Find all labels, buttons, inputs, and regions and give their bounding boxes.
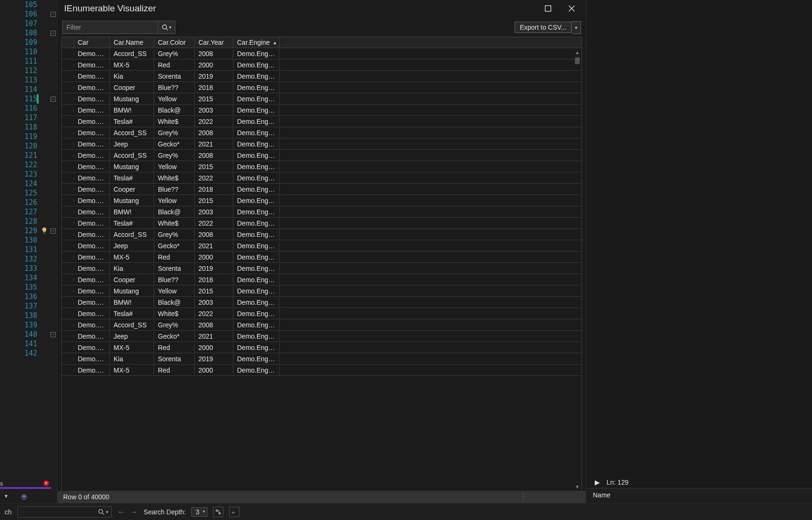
table-row[interactable]: Demo.CarJeepGecko*2021Demo.Engine <box>62 240 582 252</box>
column-header-engine[interactable]: Car.Engine ▲ <box>233 37 279 48</box>
tab-overflow-chevron-icon[interactable]: ▾ <box>5 493 8 499</box>
locals-name-header[interactable]: Name <box>586 488 812 503</box>
search-depth-select[interactable]: 3 <box>191 507 207 517</box>
fold-toggle-icon[interactable]: − <box>50 31 56 36</box>
gutter-row[interactable]: 109· <box>0 38 57 47</box>
row-selector[interactable] <box>62 278 74 281</box>
row-selector[interactable] <box>62 98 74 100</box>
nav-right-icon[interactable]: ▶ <box>595 479 600 486</box>
table-row[interactable]: Demo.CarKiaSorenta2019Demo.Engine <box>62 353 582 365</box>
row-selector[interactable] <box>62 335 74 338</box>
tab-label-suffix[interactable]: s <box>0 480 3 487</box>
row-selector[interactable] <box>62 301 74 304</box>
gutter-row[interactable]: 118· <box>0 122 57 132</box>
gutter-row[interactable]: 108− <box>0 28 57 38</box>
gutter-row[interactable]: 139· <box>0 320 57 330</box>
gutter-row[interactable]: 131· <box>0 245 57 254</box>
table-row[interactable]: Demo.CarMX-5Red2000Demo.Engine <box>62 365 582 376</box>
gutter-row[interactable]: 125· <box>0 188 57 198</box>
gutter-row[interactable]: 130· <box>0 236 57 245</box>
gutter-row[interactable]: 120· <box>0 141 57 151</box>
gutter-row[interactable]: 111· <box>0 57 57 66</box>
gutter-row[interactable]: 128· <box>0 217 57 226</box>
row-selector[interactable] <box>62 154 74 157</box>
row-selector[interactable] <box>62 256 74 259</box>
error-indicator-icon[interactable]: ✕ <box>43 480 49 486</box>
table-row[interactable]: Demo.CarTesla#White$2022Demo.Engine <box>62 172 582 184</box>
row-selector-header[interactable] <box>62 37 74 48</box>
gutter-row[interactable]: 140− <box>0 330 57 339</box>
gutter-row[interactable]: 110· <box>0 47 57 57</box>
gutter-row[interactable]: 117· <box>0 113 57 122</box>
gutter-row[interactable]: 119· <box>0 132 57 141</box>
search-prev-button[interactable]: ← <box>117 508 125 516</box>
close-button[interactable] <box>566 3 577 14</box>
gutter-row[interactable]: 127· <box>0 207 57 217</box>
table-row[interactable]: Demo.CarTesla#White$2022Demo.Engine <box>62 116 582 127</box>
gutter-row[interactable]: 138· <box>0 311 57 320</box>
table-row[interactable]: Demo.CarTesla#White$2022Demo.Engine <box>62 218 582 229</box>
table-row[interactable]: Demo.CarCooperBlue??2018Demo.Engine <box>62 184 582 195</box>
column-header-name[interactable]: Car.Name <box>110 37 154 48</box>
table-row[interactable]: Demo.CarAccord_SSGrey%2008Demo.Engine <box>62 229 582 240</box>
row-selector[interactable] <box>62 120 74 123</box>
filter-box[interactable]: ▾ <box>62 21 175 34</box>
row-selector[interactable] <box>62 86 74 89</box>
search-input-slot[interactable]: ▾ <box>17 506 112 518</box>
row-selector[interactable] <box>62 52 74 55</box>
table-row[interactable]: Demo.CarMustangYellow2015Demo.Engine <box>62 161 582 172</box>
gutter-row[interactable]: 141· <box>0 339 57 349</box>
export-split-button[interactable]: ▾ <box>572 21 581 34</box>
table-row[interactable]: Demo.CarTesla#White$2022Demo.Engine <box>62 308 582 319</box>
table-row[interactable]: Demo.CarBMW!Black@2003Demo.Engine <box>62 206 582 218</box>
toggle-match-case-icon[interactable]: ab <box>229 507 239 517</box>
column-header-year[interactable]: Car.Year <box>195 37 233 48</box>
gutter-row[interactable]: 137· <box>0 301 57 311</box>
row-selector[interactable] <box>62 324 74 326</box>
row-selector[interactable] <box>62 290 74 292</box>
scroll-thumb[interactable] <box>575 57 580 64</box>
filter-input[interactable] <box>63 24 158 31</box>
tab-label-ch[interactable]: ch <box>5 508 12 516</box>
titlebar[interactable]: IEnumerable Visualizer <box>57 0 586 19</box>
table-row[interactable]: Demo.CarKiaSorenta2019Demo.Engine <box>62 263 582 274</box>
row-selector[interactable] <box>62 346 74 349</box>
table-row[interactable]: Demo.CarMX-5Red2000Demo.Engine <box>62 342 582 353</box>
fold-toggle-icon[interactable]: − <box>50 12 56 17</box>
gutter-row[interactable]: 107· <box>0 19 57 28</box>
gutter-row[interactable]: 113· <box>0 75 57 85</box>
table-row[interactable]: Demo.CarKiaSorenta2019Demo.Engine <box>62 71 582 82</box>
gutter-row[interactable]: 129− <box>0 226 57 236</box>
gutter-row[interactable]: 136· <box>0 292 57 301</box>
gutter-row[interactable]: 122· <box>0 160 57 170</box>
table-row[interactable]: Demo.CarMX-5Red2000Demo.Engine <box>62 59 582 71</box>
table-row[interactable]: Demo.CarJeepGecko*2021Demo.Engine <box>62 138 582 150</box>
column-header-color[interactable]: Car.Color <box>154 37 195 48</box>
row-selector[interactable] <box>62 188 74 191</box>
table-row[interactable]: Demo.CarJeepGecko*2021Demo.Engine <box>62 331 582 342</box>
gutter-row[interactable]: 106− <box>0 9 57 19</box>
gutter-row[interactable]: 114· <box>0 85 57 94</box>
row-selector[interactable] <box>62 75 74 78</box>
maximize-button[interactable] <box>542 3 554 14</box>
filter-search-button[interactable]: ▾ <box>158 21 175 33</box>
row-selector[interactable] <box>62 177 74 179</box>
table-row[interactable]: Demo.CarBMW!Black@2003Demo.Engine <box>62 105 582 116</box>
row-selector[interactable] <box>62 233 74 236</box>
gutter-row[interactable]: 132· <box>0 254 57 264</box>
row-selector[interactable] <box>62 165 74 168</box>
vertical-scrollbar[interactable]: ▲ ▼ <box>574 49 581 490</box>
grid-body[interactable]: ▲ ▼ Demo.CarAccord_SSGrey%2008Demo.Engin… <box>61 48 582 491</box>
fold-toggle-icon[interactable]: − <box>50 228 56 234</box>
row-selector[interactable] <box>62 267 74 270</box>
row-selector[interactable] <box>62 358 74 360</box>
gutter-row[interactable]: 112· <box>0 66 57 75</box>
gutter-row[interactable]: 135· <box>0 283 57 292</box>
gutter-row[interactable]: 126· <box>0 198 57 207</box>
gutter-row[interactable]: 133· <box>0 264 57 273</box>
fold-toggle-icon[interactable]: − <box>50 332 56 337</box>
gutter-row[interactable]: 116· <box>0 104 57 113</box>
row-selector[interactable] <box>62 222 74 225</box>
table-row[interactable]: Demo.CarAccord_SSGrey%2008Demo.Engine <box>62 48 582 59</box>
export-csv-button[interactable]: Export to CSV... <box>515 22 572 33</box>
